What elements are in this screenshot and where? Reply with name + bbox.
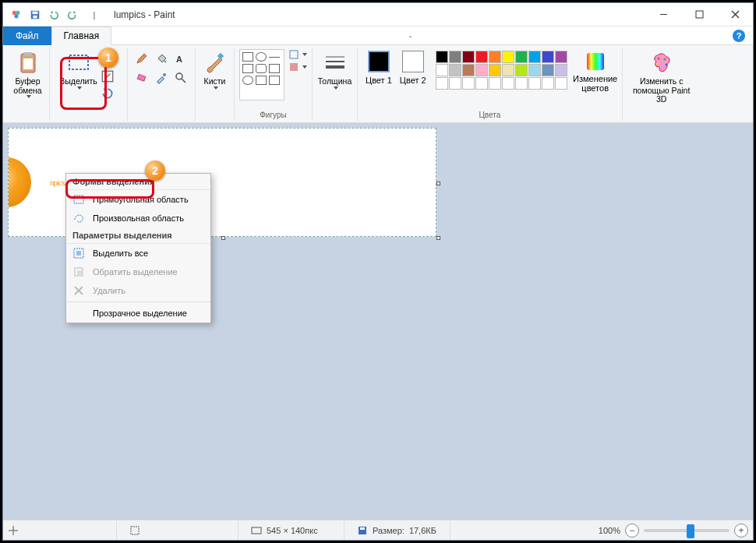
menu-item-invert[interactable]: Обратить выделение	[66, 263, 210, 281]
group-clipboard: Буфер обмена	[6, 48, 50, 121]
paste-button[interactable]: Буфер обмена	[9, 49, 47, 100]
collapse-ribbon-icon[interactable]: ˆ	[409, 35, 412, 44]
color-swatch[interactable]	[555, 77, 567, 90]
select-label: Выделить	[59, 77, 97, 86]
color-palette[interactable]	[436, 51, 567, 90]
color-swatch[interactable]	[462, 51, 475, 63]
resize-handle[interactable]	[436, 236, 440, 240]
brushes-button[interactable]: Кисти	[196, 49, 234, 91]
canvas-area[interactable]: npics.ru Формы выделения Прямоугольная о…	[3, 123, 753, 520]
zoom-in-button[interactable]: +	[734, 524, 748, 538]
svg-text:A: A	[176, 55, 182, 64]
color-swatch[interactable]	[449, 64, 461, 76]
pencil-icon[interactable]	[132, 49, 151, 68]
menu-item-delete[interactable]: Удалить	[66, 281, 210, 300]
color-swatch[interactable]	[542, 51, 554, 63]
color-swatch[interactable]	[542, 64, 554, 76]
color-swatch[interactable]	[555, 64, 567, 76]
bucket-icon[interactable]	[152, 49, 171, 68]
svg-point-19	[176, 73, 182, 79]
shape-fill-button[interactable]	[288, 62, 307, 72]
svg-point-28	[657, 58, 659, 60]
chevron-down-icon	[334, 86, 338, 90]
edit-colors-button[interactable]: Изменение цветов	[574, 49, 617, 94]
zoom-out-button[interactable]: −	[625, 524, 639, 538]
color-swatch[interactable]	[515, 64, 528, 76]
paint3d-button[interactable]: Изменить с помощью Paint 3D	[626, 49, 698, 106]
thickness-button[interactable]: Толщина	[316, 49, 354, 91]
color-swatch[interactable]	[475, 77, 488, 90]
resize-handle[interactable]	[436, 182, 440, 185]
eraser-icon[interactable]	[132, 69, 151, 87]
color2-button[interactable]: Цвет 2	[397, 49, 429, 86]
color-swatch[interactable]	[475, 64, 488, 76]
color-swatch[interactable]	[449, 77, 461, 90]
maximize-button[interactable]	[681, 3, 717, 26]
zoom-slider-thumb[interactable]	[687, 524, 694, 538]
tab-home[interactable]: Главная	[51, 26, 112, 45]
help-icon[interactable]: ?	[733, 30, 745, 42]
color-swatch[interactable]	[436, 51, 448, 63]
disk-icon	[357, 525, 368, 536]
menu-item-select-all[interactable]: Выделить все	[66, 244, 210, 263]
menu-item-rect-selection[interactable]: Прямоугольная область	[66, 190, 210, 209]
svg-line-20	[182, 79, 185, 83]
color1-label: Цвет 1	[366, 76, 392, 85]
undo-icon[interactable]	[45, 6, 62, 23]
color-swatch[interactable]	[515, 77, 528, 90]
close-button[interactable]	[717, 3, 753, 26]
color-swatch[interactable]	[489, 51, 501, 63]
color-swatch[interactable]	[462, 64, 475, 76]
color2-label: Цвет 2	[400, 76, 426, 85]
tab-file[interactable]: Файл	[3, 26, 51, 45]
save-icon[interactable]	[26, 6, 44, 23]
color-swatch[interactable]	[528, 64, 541, 76]
text-icon[interactable]: A	[171, 49, 190, 68]
color-swatch[interactable]	[528, 51, 541, 63]
status-selection	[129, 520, 238, 540]
rotate-icon[interactable]	[101, 86, 115, 102]
dropper-icon[interactable]	[152, 69, 171, 87]
color-swatch[interactable]	[502, 64, 514, 76]
redo-icon[interactable]	[64, 6, 81, 23]
menu-label: Выделить все	[93, 249, 148, 258]
clipboard-icon	[16, 51, 41, 76]
color-swatch[interactable]	[502, 77, 514, 90]
zoom-slider[interactable]	[644, 529, 730, 532]
color-swatch[interactable]	[449, 51, 461, 63]
color-swatch[interactable]	[436, 77, 448, 90]
chevron-down-icon	[214, 86, 218, 90]
free-selection-icon	[72, 212, 85, 224]
color-swatch[interactable]	[502, 51, 514, 63]
zoom-icon[interactable]	[171, 69, 190, 87]
color-swatch[interactable]	[528, 77, 541, 90]
color-swatch[interactable]	[515, 51, 528, 63]
dimensions-icon	[251, 525, 262, 536]
resize-icon[interactable]	[101, 69, 115, 85]
color-swatch[interactable]	[462, 77, 475, 90]
delete-icon	[72, 284, 85, 297]
color-swatch[interactable]	[555, 51, 567, 63]
minimize-button[interactable]	[645, 3, 681, 26]
canvas-content: npics.ru	[9, 154, 71, 210]
svg-point-15	[164, 61, 167, 63]
color1-button[interactable]: Цвет 1	[362, 49, 395, 86]
svg-rect-41	[131, 527, 139, 534]
status-size-label: Размер:	[373, 526, 404, 535]
shape-outline-button[interactable]	[288, 49, 307, 60]
color-swatch[interactable]	[436, 64, 448, 76]
color-swatch[interactable]	[475, 51, 488, 63]
color-swatch[interactable]	[489, 64, 501, 76]
resize-handle[interactable]	[221, 236, 225, 240]
rect-selection-icon	[72, 193, 85, 206]
menu-label: Удалить	[93, 286, 125, 295]
svg-rect-17	[137, 74, 146, 81]
select-button[interactable]: Выделить	[60, 49, 97, 91]
menu-item-transparent[interactable]: Прозрачное выделение	[66, 304, 210, 323]
paint3d-icon	[649, 51, 674, 76]
menu-item-free-selection[interactable]: Произвольная область	[66, 209, 210, 227]
annotation-badge-1: 1	[98, 48, 118, 68]
shapes-gallery[interactable]	[239, 49, 284, 100]
color-swatch[interactable]	[489, 77, 501, 90]
color-swatch[interactable]	[542, 77, 554, 90]
